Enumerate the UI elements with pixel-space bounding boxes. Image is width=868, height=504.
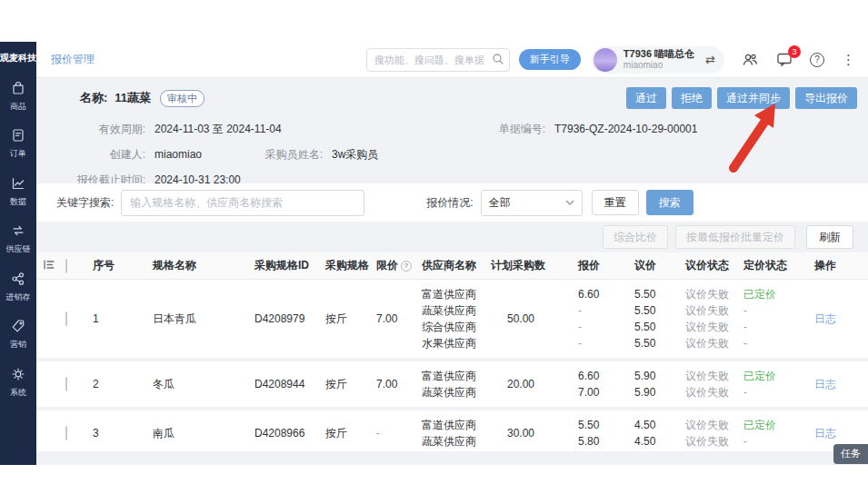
filter-bar: 关键字搜索: 报价情况: 全部 重置 搜索 [36,183,868,222]
newbie-guide-button[interactable]: 新手引导 [519,49,581,70]
log-link[interactable]: 日志 [793,311,868,327]
quotation-table: 序号 规格名称 采购规格ID 采购规格 限价? 供应商名称 计划采购数 报价 议… [36,252,868,451]
screen: 观麦科技 商品 订单 数据 [0,0,868,504]
bargain-list: 5.90 5.90 [616,368,663,400]
buyer-field: 采购员姓名: 3w采购员 [232,147,378,163]
switch-account-icon[interactable]: ⇄ [705,53,715,66]
content-area: 报价管理 新手引导 T7936 喵喵总仓 miaomiao [36,42,868,465]
price-status-list: 已定价 - - - [736,286,793,351]
more-menu-icon[interactable]: ⋮ [842,53,855,66]
main-panel: 名称: 11蔬菜 审核中 通过 拒绝 通过并同步 导出报价 有效周期: [36,78,868,465]
user-info: T7936 喵喵总仓 miaomiao [624,48,694,70]
table-toolbar: 综合比价 按最低报价批量定价 刷新 [36,222,868,252]
sidebar-item-goods[interactable]: 商品 [0,72,36,119]
price-status-list: 已定价 - [736,368,793,400]
valid-period-field: 有效周期: 2024-11-03 至 2024-11-04 [55,122,454,137]
message-count-badge: 3 [788,45,801,58]
quotation-detail-section: 名称: 11蔬菜 审核中 通过 拒绝 通过并同步 导出报价 有效周期: [36,78,868,183]
gear-icon [10,366,26,386]
approve-sync-button[interactable]: 通过并同步 [717,87,790,109]
price-status-list: 已定价 - [736,417,793,450]
table-row: 2 冬瓜 D4208944 按斤 7.00 富道供应商 蔬菜供应商 20.00 … [36,361,868,410]
bargain-status-list: 议价失败 议价失败 [663,417,736,450]
task-tab[interactable]: 任务 [833,444,868,464]
reject-button[interactable]: 拒绝 [672,87,712,109]
quote-status-label: 报价情况: [426,195,473,211]
sidebar-item-data[interactable]: 数据 [0,167,36,214]
bargain-list: 5.50 5.50 5.50 5.50 [616,286,663,351]
refresh-button[interactable]: 刷新 [806,225,853,249]
creator-field: 创建人: miaomiao [55,147,232,163]
bargain-status-list: 议价失败 议价失败 [663,368,736,400]
quote-list: 5.50 5.80 [564,417,616,450]
log-link[interactable]: 日志 [793,426,868,441]
status-badge: 审核中 [160,90,205,107]
supplier-list: 富道供应商 蔬菜供应商 [418,417,489,450]
name-label: 名称: [80,90,107,106]
quote-list: 6.60 - - - [564,286,616,351]
bargain-list: 4.50 4.50 [616,417,663,450]
log-link[interactable]: 日志 [793,377,868,392]
line-chart-icon [10,175,26,195]
tag-icon [10,318,26,338]
help-icon[interactable]: ? [810,53,824,67]
global-search [366,48,510,72]
row-checkbox[interactable] [65,311,67,326]
batch-lowest-price-button[interactable]: 按最低报价批量定价 [675,225,795,249]
keyword-label: 关键字搜索: [56,195,114,211]
supplier-list: 富道供应商 蔬菜供应商 综合供应商 水果供应商 [418,286,489,351]
row-checkbox[interactable] [65,377,67,391]
bargain-status-list: 议价失败 议价失败 议价失败 议价失败 [663,286,736,351]
compare-price-button[interactable]: 综合比价 [603,225,668,249]
customer-service-icon[interactable] [742,52,759,67]
table-row: 3 南瓜 D4208966 按斤 - 富道供应商 蔬菜供应商 30.00 5.5… [36,410,868,451]
search-button[interactable]: 搜索 [646,190,693,215]
sidebar-item-marketing[interactable]: 营销 [0,310,36,357]
row-checkbox[interactable] [65,426,67,440]
keyword-search-input[interactable] [121,190,364,216]
global-search-input[interactable] [366,48,510,72]
select-all-checkbox[interactable] [65,259,67,273]
export-quotation-button[interactable]: 导出报价 [795,87,857,109]
table-header-row: 序号 规格名称 采购规格ID 采购规格 限价? 供应商名称 计划采购数 报价 议… [36,252,868,280]
quotation-name: 11蔬菜 [115,90,151,106]
sidebar: 观麦科技 商品 订单 数据 [0,42,36,465]
app-window: 观麦科技 商品 订单 数据 [0,42,868,465]
header-right-group: 新手引导 T7936 喵喵总仓 miaomiao ⇄ [366,46,855,74]
quote-list: 6.60 7.00 [564,368,616,400]
search-icon[interactable] [492,53,504,69]
reset-button[interactable]: 重置 [592,190,639,215]
brand-logo: 观麦科技 [0,53,36,63]
column-settings-icon[interactable] [42,258,65,274]
sidebar-item-orders[interactable]: 订单 [0,119,36,166]
approve-button[interactable]: 通过 [626,87,666,109]
title-actions: 通过 拒绝 通过并同步 导出报价 [626,87,857,109]
doc-no-field: 单据编号: T7936-QZ-2024-10-29-00001 [454,122,697,137]
quote-status-select[interactable]: 全部 [481,190,583,216]
limit-price-help-icon[interactable]: ? [401,261,412,272]
share-nodes-icon [10,271,26,291]
user-menu[interactable]: T7936 喵喵总仓 miaomiao ⇄ [592,46,724,74]
sidebar-item-supply-chain[interactable]: 供应链 [0,214,36,262]
shopping-bag-icon [10,80,26,100]
order-document-icon [10,127,26,147]
breadcrumb[interactable]: 报价管理 [51,52,95,67]
avatar [594,48,617,72]
messages-icon[interactable]: 3 [776,52,793,67]
sidebar-item-system[interactable]: 系统 [0,358,36,405]
supplier-list: 富道供应商 蔬菜供应商 [418,368,489,400]
sidebar-item-inventory[interactable]: 进销存 [0,262,36,310]
table-row: 1 日本青瓜 D4208979 按斤 7.00 富道供应商 蔬菜供应商 综合供应… [36,280,868,361]
chevron-down-icon [565,200,574,205]
exchange-arrows-icon [10,222,26,242]
top-header-bar: 报价管理 新手引导 T7936 喵喵总仓 miaomiao [36,42,868,78]
